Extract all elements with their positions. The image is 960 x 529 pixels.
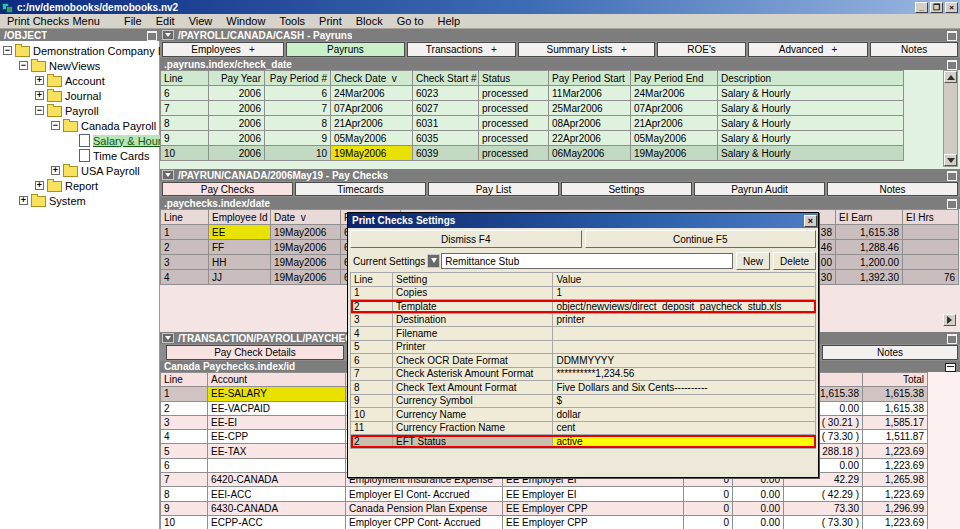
cell[interactable]: Filename	[393, 327, 553, 341]
menu-edit[interactable]: Edit	[149, 15, 182, 27]
cell[interactable]: Currency Fraction Name	[393, 421, 553, 435]
tab-summary-lists[interactable]: Summary Lists +	[518, 42, 655, 57]
tab-payrun-audit[interactable]: Payrun Audit	[694, 182, 825, 196]
table-row[interactable]: 62006624Mar20066023processed11Mar200624M…	[161, 86, 904, 101]
cell[interactable]: 24Mar2006	[631, 86, 718, 101]
table-row[interactable]: 1020061019May20066039processed06May20061…	[161, 146, 904, 161]
cell[interactable]: EE Employer EI	[503, 487, 684, 501]
cell[interactable]: EE Employer CPP	[503, 515, 684, 529]
cell[interactable]: 9	[351, 394, 393, 408]
cell[interactable]: 7	[161, 101, 209, 116]
cell[interactable]: Copies	[393, 286, 553, 300]
cell[interactable]: 07Apr2006	[631, 101, 718, 116]
cell[interactable]	[553, 327, 816, 341]
cell[interactable]: 10	[161, 146, 209, 161]
cell[interactable]: Employer EI Cont- Accrued	[346, 487, 503, 501]
cell[interactable]: 21Apr2006	[631, 116, 718, 131]
cell[interactable]: 1,223.69	[863, 515, 928, 529]
tab-pay-check-details[interactable]: Pay Check Details	[166, 345, 344, 360]
cell[interactable]: 1,511.87	[863, 430, 928, 444]
cell[interactable]: Check Asterisk Amount Format	[393, 367, 553, 381]
minimize-icon[interactable]: _	[915, 2, 928, 13]
cell[interactable]: Check Text Amount Format	[393, 381, 553, 395]
cell[interactable]: 1,392.30	[836, 270, 903, 285]
cell[interactable]: Currency Name	[393, 408, 553, 422]
tab-notes[interactable]: Notes	[827, 182, 958, 196]
new-button[interactable]: New	[736, 252, 770, 270]
vertical-scrollbar[interactable]	[943, 70, 958, 167]
cell[interactable]: 08Apr2006	[549, 116, 631, 131]
chevron-down-icon[interactable]	[427, 254, 440, 268]
cell[interactable]: 6	[265, 86, 331, 101]
cell[interactable]: 2	[351, 300, 393, 314]
table-row[interactable]: 8EEI-ACCEmployer EI Cont- AccruedEE Empl…	[161, 487, 928, 501]
restore-icon[interactable]	[947, 171, 957, 181]
cell[interactable]: 2	[351, 435, 393, 449]
cell[interactable]: 0	[684, 501, 733, 515]
cell[interactable]: 7	[351, 367, 393, 381]
cell[interactable]: 10	[161, 515, 208, 529]
menu-print-checks-menu[interactable]: Print Checks Menu	[0, 15, 107, 27]
cell[interactable]: 0.00	[733, 487, 784, 501]
cell[interactable]: 0	[684, 515, 733, 529]
cell[interactable]: 3	[161, 255, 209, 270]
cell[interactable]: processed	[479, 146, 549, 161]
cell[interactable]: 5	[161, 444, 208, 458]
cell[interactable]: 10	[351, 408, 393, 422]
continue-button[interactable]: Continue F5	[585, 230, 817, 248]
cell[interactable]: Salary & Hourly	[718, 146, 904, 161]
title-bar[interactable]: c:/nv/demobooks/demobooks.nv2 _ ❐ ×	[0, 0, 960, 14]
restore-icon[interactable]	[947, 199, 957, 209]
cell[interactable]: 6420-CANADA	[208, 473, 346, 487]
cell[interactable]: Currency Symbol	[393, 394, 553, 408]
cell[interactable]: 4	[351, 327, 393, 341]
table-row[interactable]: 4Filename	[351, 327, 816, 341]
expand-icon[interactable]: +	[35, 181, 44, 190]
tab-pay-list[interactable]: Pay List	[428, 182, 559, 196]
cell[interactable]: 1,615.38	[863, 387, 928, 401]
cell[interactable]: DDMMYYYY	[553, 354, 816, 368]
cell[interactable]: object/newviews/direct_deposit_paycheck_…	[553, 300, 816, 314]
cell[interactable]: 4	[161, 270, 209, 285]
cell[interactable]: 1	[161, 387, 208, 401]
cell[interactable]: active	[553, 435, 816, 449]
cell[interactable]: 1,200.00	[836, 255, 903, 270]
menu-block[interactable]: Block	[349, 15, 390, 27]
tree-item-usa-payroll[interactable]: +USA Payroll	[0, 163, 160, 178]
cell[interactable]: Check OCR Date Format	[393, 354, 553, 368]
cell[interactable]: processed	[479, 131, 549, 146]
tab-notes[interactable]: Notes	[870, 42, 958, 57]
expand-icon[interactable]: +	[51, 166, 60, 175]
table-row[interactable]: 82006821Apr20066031processed08Apr200621A…	[161, 116, 904, 131]
cell[interactable]: EFT Status	[393, 435, 553, 449]
tab-notes[interactable]: Notes	[822, 345, 958, 360]
cell[interactable]: Five Dollars and Six Cents----------	[553, 381, 816, 395]
tab-transactions[interactable]: Transactions +	[407, 42, 516, 57]
scroll-right-icon[interactable]	[943, 314, 956, 326]
collapse-icon[interactable]: −	[19, 61, 28, 70]
cell[interactable]: 8	[161, 487, 208, 501]
cell[interactable]: processed	[479, 101, 549, 116]
table-row[interactable]: 10Currency Namedollar	[351, 408, 816, 422]
cell[interactable]: 6023	[413, 86, 479, 101]
cell[interactable]: 24Mar2006	[331, 86, 413, 101]
table-row[interactable]: 72006707Apr20066027processed25Mar200607A…	[161, 101, 904, 116]
cell[interactable]: 1,615.38	[863, 401, 928, 415]
table-row[interactable]: 1Copies1	[351, 286, 816, 300]
table-row[interactable]: 10ECPP-ACCEmployer CPP Cont- AccruedEE E…	[161, 515, 928, 529]
cell[interactable]: 76	[903, 270, 959, 285]
cell[interactable]: 1,296.99	[863, 501, 928, 515]
restore-icon[interactable]	[147, 31, 157, 41]
cell[interactable]	[903, 255, 959, 270]
restore-icon[interactable]	[947, 334, 957, 344]
expand-icon[interactable]: +	[35, 91, 44, 100]
cell[interactable]: Employer CPP Cont- Accrued	[346, 515, 503, 529]
menu-view[interactable]: View	[182, 15, 220, 27]
cell[interactable]: EE-CPP	[208, 430, 346, 444]
cell[interactable]: 2006	[209, 101, 265, 116]
cell[interactable]: 2006	[209, 146, 265, 161]
cell[interactable]: 4	[161, 430, 208, 444]
expand-icon[interactable]: +	[19, 196, 28, 205]
cell[interactable]	[903, 225, 959, 240]
cell[interactable]: 3	[351, 313, 393, 327]
